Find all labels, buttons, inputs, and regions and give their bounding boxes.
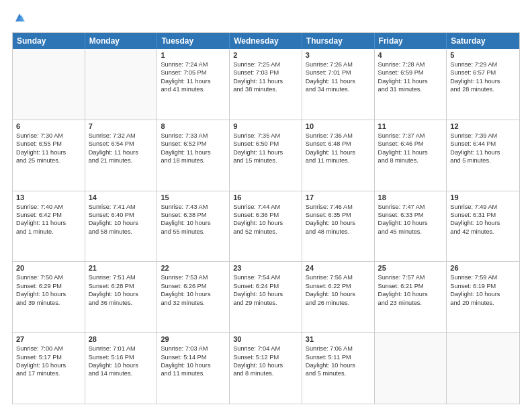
cell-line: Sunset: 7:03 PM xyxy=(233,68,298,77)
calendar-cell: 28Sunrise: 7:01 AMSunset: 5:16 PMDayligh… xyxy=(85,333,158,404)
cell-line: Daylight: 10 hours xyxy=(378,290,443,298)
cell-line: Sunrise: 7:26 AM xyxy=(306,60,371,68)
day-number: 6 xyxy=(16,122,81,130)
cell-line: Sunrise: 7:37 AM xyxy=(378,132,443,140)
cell-line: Daylight: 10 hours xyxy=(16,361,81,369)
day-number: 5 xyxy=(450,51,516,59)
cell-line: Daylight: 11 hours xyxy=(233,148,298,156)
calendar-cell: 31Sunrise: 7:06 AMSunset: 5:11 PMDayligh… xyxy=(302,333,375,404)
calendar-cell: 2Sunrise: 7:25 AMSunset: 7:03 PMDaylight… xyxy=(230,49,302,120)
day-number: 1 xyxy=(161,51,226,59)
day-number: 23 xyxy=(233,264,298,272)
cell-line: and 52 minutes. xyxy=(233,228,298,236)
calendar-cell: 18Sunrise: 7:47 AMSunset: 6:33 PMDayligh… xyxy=(375,191,447,262)
calendar-body: 1Sunrise: 7:24 AMSunset: 7:05 PMDaylight… xyxy=(13,49,519,404)
day-header-monday: Monday xyxy=(85,33,158,49)
day-number: 11 xyxy=(378,122,443,130)
calendar-cell: 12Sunrise: 7:39 AMSunset: 6:44 PMDayligh… xyxy=(447,120,519,191)
day-number: 12 xyxy=(450,122,516,130)
cell-line: and 29 minutes. xyxy=(233,299,298,307)
cell-line: Sunrise: 7:40 AM xyxy=(16,203,81,211)
calendar-cell: 5Sunrise: 7:29 AMSunset: 6:57 PMDaylight… xyxy=(447,49,519,120)
day-header-saturday: Saturday xyxy=(447,33,519,49)
cell-line: Daylight: 11 hours xyxy=(306,77,371,85)
cell-line: Daylight: 11 hours xyxy=(450,77,516,85)
day-number: 27 xyxy=(16,335,81,343)
day-number: 9 xyxy=(233,122,298,130)
cell-line: Sunset: 6:19 PM xyxy=(450,282,516,290)
cell-line: and 28 minutes. xyxy=(450,85,516,93)
day-header-thursday: Thursday xyxy=(302,33,375,49)
cell-line: Daylight: 10 hours xyxy=(89,361,154,369)
cell-line: Sunrise: 7:46 AM xyxy=(306,203,371,211)
cell-line: Daylight: 10 hours xyxy=(161,290,226,298)
calendar-cell: 25Sunrise: 7:57 AMSunset: 6:21 PMDayligh… xyxy=(375,262,447,332)
calendar-cell: 23Sunrise: 7:54 AMSunset: 6:24 PMDayligh… xyxy=(230,262,302,332)
cell-line: Sunrise: 7:00 AM xyxy=(16,345,81,353)
day-number: 22 xyxy=(161,264,226,272)
calendar-week-1: 1Sunrise: 7:24 AMSunset: 7:05 PMDaylight… xyxy=(13,49,519,120)
day-number: 25 xyxy=(378,264,443,272)
calendar-cell: 16Sunrise: 7:44 AMSunset: 6:36 PMDayligh… xyxy=(230,191,302,262)
cell-line: Sunrise: 7:57 AM xyxy=(378,273,443,281)
cell-line: and 8 minutes. xyxy=(233,369,298,377)
cell-line: Sunset: 5:11 PM xyxy=(306,353,371,361)
cell-line: and 48 minutes. xyxy=(306,228,371,236)
day-number: 4 xyxy=(378,51,443,59)
cell-line: Daylight: 10 hours xyxy=(89,219,154,227)
cell-line: Sunrise: 7:56 AM xyxy=(306,273,371,281)
day-number: 30 xyxy=(233,335,298,343)
cell-line: Daylight: 10 hours xyxy=(161,361,226,369)
cell-line: Daylight: 11 hours xyxy=(16,219,81,227)
cell-line: Daylight: 11 hours xyxy=(450,148,516,156)
cell-line: Daylight: 10 hours xyxy=(89,290,154,298)
cell-line: Sunset: 6:31 PM xyxy=(450,211,516,219)
day-header-friday: Friday xyxy=(375,33,447,49)
cell-line: Sunrise: 7:47 AM xyxy=(378,203,443,211)
cell-line: Sunrise: 7:41 AM xyxy=(89,203,154,211)
calendar-cell: 10Sunrise: 7:36 AMSunset: 6:48 PMDayligh… xyxy=(302,120,375,191)
cell-line: Sunset: 6:52 PM xyxy=(161,140,226,148)
cell-line: Sunset: 7:01 PM xyxy=(306,68,371,77)
day-number: 7 xyxy=(89,122,154,130)
day-number: 26 xyxy=(450,264,516,272)
day-number: 13 xyxy=(16,193,81,201)
cell-line: Sunrise: 7:25 AM xyxy=(233,60,298,68)
cell-line: Sunrise: 7:33 AM xyxy=(161,132,226,140)
calendar-cell: 6Sunrise: 7:30 AMSunset: 6:55 PMDaylight… xyxy=(13,120,85,191)
cell-line: and 58 minutes. xyxy=(89,228,154,236)
calendar-week-4: 20Sunrise: 7:50 AMSunset: 6:29 PMDayligh… xyxy=(13,261,519,332)
cell-line: Sunset: 5:14 PM xyxy=(161,353,226,361)
cell-line: Sunset: 6:40 PM xyxy=(89,211,154,219)
calendar-cell: 21Sunrise: 7:51 AMSunset: 6:28 PMDayligh… xyxy=(85,262,158,332)
cell-line: Sunrise: 7:44 AM xyxy=(233,203,298,211)
calendar-cell: 29Sunrise: 7:03 AMSunset: 5:14 PMDayligh… xyxy=(157,333,230,404)
cell-line: and 34 minutes. xyxy=(306,85,371,93)
cell-line: and 21 minutes. xyxy=(89,156,154,165)
cell-line: Sunrise: 7:32 AM xyxy=(89,132,154,140)
header xyxy=(12,12,520,26)
cell-line: and 23 minutes. xyxy=(378,299,443,307)
calendar-cell: 20Sunrise: 7:50 AMSunset: 6:29 PMDayligh… xyxy=(13,262,85,332)
calendar-cell: 7Sunrise: 7:32 AMSunset: 6:54 PMDaylight… xyxy=(85,120,158,191)
cell-line: Sunset: 6:26 PM xyxy=(161,282,226,290)
cell-line: Sunrise: 7:59 AM xyxy=(450,273,516,281)
day-number: 31 xyxy=(306,335,371,343)
cell-line: Daylight: 10 hours xyxy=(233,290,298,298)
calendar-week-2: 6Sunrise: 7:30 AMSunset: 6:55 PMDaylight… xyxy=(13,120,519,191)
calendar-cell: 17Sunrise: 7:46 AMSunset: 6:35 PMDayligh… xyxy=(302,191,375,262)
day-number: 18 xyxy=(378,193,443,201)
cell-line: Sunrise: 7:49 AM xyxy=(450,203,516,211)
cell-line: Sunset: 6:35 PM xyxy=(306,211,371,219)
calendar-cell: 1Sunrise: 7:24 AMSunset: 7:05 PMDaylight… xyxy=(157,49,230,120)
calendar-cell: 15Sunrise: 7:43 AMSunset: 6:38 PMDayligh… xyxy=(157,191,230,262)
cell-line: Sunset: 6:48 PM xyxy=(306,140,371,148)
cell-line: Sunset: 6:55 PM xyxy=(16,140,81,148)
cell-line: Daylight: 10 hours xyxy=(450,219,516,227)
cell-line: Daylight: 10 hours xyxy=(161,219,226,227)
day-number: 19 xyxy=(450,193,516,201)
calendar: SundayMondayTuesdayWednesdayThursdayFrid… xyxy=(12,32,520,404)
day-header-tuesday: Tuesday xyxy=(157,33,230,49)
cell-line: and 5 minutes. xyxy=(450,156,516,165)
day-number: 10 xyxy=(306,122,371,130)
